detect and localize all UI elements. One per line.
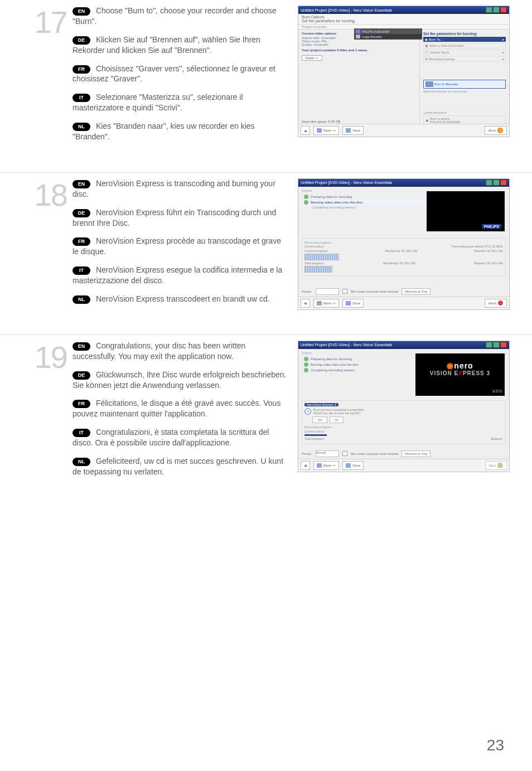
write-hd-option[interactable]: ▣Write to Hard Disk Folder… [423, 43, 506, 49]
flame-icon [447, 363, 453, 370]
shutdown-checkbox[interactable] [342, 289, 347, 294]
save-icon [346, 128, 351, 133]
priority-select[interactable]: Normal [316, 450, 339, 457]
shutdown-checkbox[interactable] [342, 451, 347, 456]
dvd-brand-label: PHILIPS [482, 224, 501, 229]
lang-block-it: IT NeroVision Express esegue la codifica… [72, 265, 287, 286]
back-button[interactable]: ◀ [301, 126, 310, 135]
text-column: EN Choose "Burn to", choose your recorde… [72, 6, 298, 150]
screenshot-17: Untitled Project [DVD-Video] - Nero Visi… [298, 6, 510, 137]
flame-icon [497, 128, 503, 133]
current-action-label: Current action: [304, 430, 325, 433]
next-icon [497, 463, 503, 468]
text-de: Glückwunsch, Ihre Disc wurde erfolgreich… [72, 370, 287, 390]
burn-button[interactable]: Burn [485, 126, 507, 135]
yes-button[interactable]: Yes [312, 416, 327, 423]
burn-to-button[interactable]: ◆Burn To…▸ [423, 37, 506, 42]
lang-block-de: DE Klicken Sie auf "Brennen auf", wählen… [72, 35, 287, 56]
total-progress-label: Total progress: [304, 437, 325, 440]
titlebar: Untitled Project [DVD-Video] - Nero Visi… [298, 341, 509, 349]
text-it: NeroVision Express esegue la codifica in… [72, 265, 282, 285]
save-button[interactable]: Save [342, 461, 364, 470]
more-button[interactable]: More >> [313, 126, 339, 135]
save-button[interactable]: Save [342, 299, 364, 308]
lang-block-en: EN NeroVision Express is transcoding and… [72, 178, 287, 200]
right-header: Set the parameters for burning: [423, 32, 506, 36]
save-icon [346, 301, 351, 306]
text-en: Congratulations, your disc has been writ… [72, 341, 245, 361]
recorder-philips[interactable]: PHILIPS DVDR1648P [362, 30, 389, 33]
elapsed-1: Elapsed: 0h 02m 03s [474, 249, 503, 253]
lang-pill-en: EN [72, 7, 90, 16]
more-button[interactable]: More >> [313, 461, 339, 470]
stop-icon [498, 300, 503, 306]
text-nl: Kies "Branden naar", kies uw recorder en… [72, 122, 255, 141]
back-button[interactable]: ◀ [301, 461, 310, 470]
recording-settings-option[interactable]: ⚙Recording Settings▸ [423, 56, 506, 62]
check-icon [304, 195, 308, 199]
current-action-value: Transcoding and writing VTS_01 0001 [451, 245, 503, 248]
folder-icon: ▣ [425, 44, 428, 47]
volume-name-option[interactable]: ◯Volume Name▸ [423, 50, 506, 55]
details-button[interactable]: Details >> [302, 55, 322, 61]
lang-pill-nl: NL [72, 458, 90, 466]
disc-icon: ◯ [425, 51, 429, 54]
abort-button[interactable]: Abort [485, 299, 507, 308]
more-button[interactable]: More >> [313, 299, 339, 308]
step-number: 19 [22, 343, 72, 372]
text-column: EN NeroVision Express is transcoding and… [72, 178, 298, 312]
gear-icon: ⚙ [425, 57, 428, 61]
titlebar: Untitled Project [DVD-Video] - Nero Visi… [298, 179, 509, 187]
preview-pane: PHILIPS [427, 191, 505, 231]
bottom-bar: ◀ More >> Save Burn [298, 124, 509, 137]
lang-block-en: EN Choose "Burn to", choose your recorde… [72, 6, 287, 27]
screenshot-18: Untitled Project [DVD-Video] - Nero Visi… [298, 178, 510, 310]
minimize-tray-button[interactable]: Minimize to Tray [402, 450, 431, 457]
page-number: 23 [487, 736, 504, 754]
back-button[interactable]: ◀ [301, 299, 310, 308]
nero-logo: nero [415, 361, 505, 370]
shutdown-label: Shut down computer when finished [351, 290, 399, 293]
text-it: Congratulazioni, è stata completata la s… [72, 428, 269, 447]
burn-to-recorder[interactable]: Burn To Recorder [423, 80, 506, 89]
priority-select[interactable] [316, 288, 339, 295]
remaining-1: Remaining: 0h 16m 29s [385, 249, 418, 253]
lang-block-nl: NL NeroVision Express transcodeert en br… [72, 294, 287, 304]
save-button[interactable]: Save [342, 126, 364, 135]
info-icon: i [304, 408, 311, 415]
current-progress-bar [304, 254, 339, 260]
text-fr: Félicitations, le disque a été gravé ave… [72, 399, 280, 418]
window-title: Untitled Project [DVD-Video] - Nero Visi… [301, 181, 392, 185]
remaining-2: Remaining: 0h 19m 33s [383, 261, 415, 265]
text-de: Klicken Sie auf "Brennen auf", wählen Si… [72, 35, 260, 55]
check-icon [304, 357, 308, 361]
progress-zone: NeroVision Express 3 i Burn process comp… [302, 400, 506, 444]
recorder-dropdown[interactable]: PHILIPS DVDR1648P Image Recorder [354, 28, 422, 40]
lang-pill-fr: FR [72, 400, 90, 408]
total-progress-bar [304, 266, 332, 273]
recorder-device-icon [425, 81, 433, 87]
lang-pill-fr: FR [72, 65, 90, 74]
no-button[interactable]: No [330, 416, 344, 423]
lang-pill-it: IT [72, 94, 90, 102]
lang-block-de: DE Glückwunsch, Ihre Disc wurde erfolgre… [72, 370, 287, 391]
text-en: Choose "Burn to", choose your recorder a… [72, 6, 276, 26]
window-buttons[interactable] [485, 7, 507, 13]
window-title: Untitled Project [DVD-Video] - Nero Visi… [301, 8, 392, 12]
window-buttons[interactable] [485, 180, 507, 186]
progress-zone: Recording progress Current action:Transc… [302, 238, 506, 276]
next-button[interactable]: Next [485, 461, 507, 470]
window-buttons[interactable] [485, 342, 507, 348]
elapsed-2: Elapsed: 0h 02m 56s [474, 261, 503, 265]
lang-pill-nl: NL [72, 295, 90, 304]
more-icon [317, 128, 322, 133]
more-icon [317, 301, 322, 306]
device-icon: ▣ [425, 119, 429, 122]
minimize-tray-button[interactable]: Minimize to Tray [402, 288, 431, 295]
text-fr: Choisissez "Graver vers", sélectionnez l… [72, 64, 275, 84]
lang-pill-de: DE [72, 209, 90, 217]
play-icon [304, 200, 308, 205]
check-icon [304, 362, 308, 367]
recorder-image[interactable]: Image Recorder [362, 35, 382, 38]
step-17: 17 EN Choose "Burn to", choose your reco… [0, 0, 532, 167]
